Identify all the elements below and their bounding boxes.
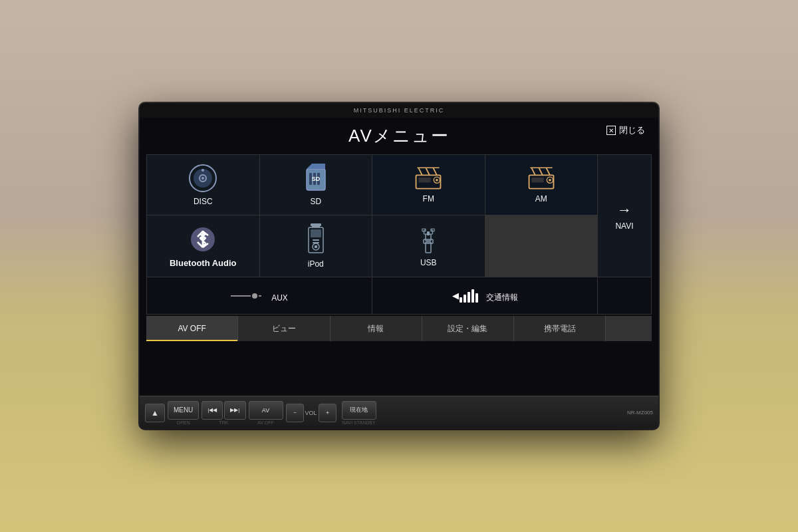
tab-bar: AV OFF ビュー 情報 設定・編集 携帯電話 (146, 316, 652, 341)
trk-label: TRK (219, 420, 228, 425)
svg-line-22 (546, 168, 550, 175)
menu-item-traffic[interactable]: ◀ 交通情報 (372, 277, 597, 314)
close-icon: ✕ (606, 126, 616, 135)
traffic-label: 交通情報 (486, 292, 518, 303)
tab-empty (606, 316, 652, 341)
menu-item-fm[interactable]: FM (372, 155, 485, 215)
fm-label: FM (423, 194, 434, 203)
brand-name: MITSUBISHI ELECTRIC (354, 107, 445, 114)
svg-line-21 (539, 168, 543, 175)
am-icon (525, 166, 557, 190)
aux-label: AUX (271, 293, 288, 303)
svg-marker-6 (307, 164, 325, 169)
bluetooth-label: Bluetooth Audio (170, 258, 237, 268)
vol-plus-button[interactable]: ＋ (319, 404, 336, 422)
tab-view[interactable]: ビュー (238, 316, 330, 341)
model-number: NR-MZ005 (627, 410, 653, 416)
menu-item-navi[interactable]: → NAVI (598, 155, 651, 277)
svg-rect-33 (311, 223, 321, 226)
av-off-label: AV OFF (257, 420, 274, 425)
traffic-icon: ◀ (452, 289, 478, 303)
tab-av-off[interactable]: AV OFF (146, 316, 238, 341)
sd-label: SD (310, 197, 321, 206)
screen-title: AVメニュー (348, 124, 450, 148)
svg-rect-36 (311, 229, 321, 237)
am-label: AM (535, 194, 547, 203)
open-label: OPEN (177, 420, 190, 425)
menu-item-usb[interactable]: USB (372, 215, 485, 277)
eject-button[interactable]: ▲ (145, 404, 165, 422)
svg-line-14 (434, 168, 438, 175)
disc-icon (188, 164, 217, 193)
svg-line-12 (418, 168, 422, 175)
svg-point-18 (436, 179, 438, 182)
svg-rect-16 (418, 178, 430, 182)
menu-item-aux[interactable]: AUX (147, 277, 372, 314)
menu-item-sd[interactable]: SD SD (260, 155, 372, 215)
usb-icon (418, 225, 438, 254)
close-label: 閉じる (619, 124, 645, 136)
vol-label: VOL (305, 410, 317, 416)
screen: AVメニュー ✕ 閉じる DISC (140, 118, 658, 396)
ipod-label: iPod (308, 259, 324, 269)
physical-control-bar: ▲ MENU OPEN |◀◀ ▶▶| TRK AV AV OFF － VOL … (140, 396, 658, 429)
aux-cable-icon (231, 293, 261, 299)
tab-settings[interactable]: 設定・編集 (422, 316, 514, 341)
menu-item-bluetooth[interactable]: Bluetooth Audio (147, 215, 259, 277)
svg-rect-42 (424, 239, 433, 243)
av-menu-grid: DISC SD SD (146, 154, 652, 315)
svg-line-13 (426, 168, 430, 175)
fm-icon (412, 166, 444, 190)
current-location-button[interactable]: 現在地 (342, 401, 376, 420)
navi-label: NAVI (615, 221, 633, 231)
menu-item-disc[interactable]: DISC (147, 155, 259, 215)
svg-line-20 (531, 168, 535, 175)
navi-arrow-icon: → (617, 201, 632, 219)
svg-rect-40 (315, 245, 317, 248)
car-navigation-device: MITSUBISHI ELECTRIC AVメニュー ✕ 閉じる (140, 103, 658, 429)
menu-button[interactable]: MENU (168, 401, 199, 420)
sd-icon: SD (304, 164, 328, 193)
tab-phone[interactable]: 携帯電話 (514, 316, 606, 341)
svg-point-4 (201, 169, 204, 172)
navi-standby-label: NAVI STANDBY (342, 420, 375, 425)
svg-rect-37 (313, 239, 319, 241)
svg-rect-44 (427, 231, 430, 235)
close-button[interactable]: ✕ 閉じる (606, 124, 645, 136)
tab-info[interactable]: 情報 (331, 316, 422, 341)
empty-cell (598, 277, 651, 314)
usb-label: USB (420, 258, 437, 267)
screen-header: AVメニュー ✕ 閉じる (140, 118, 658, 154)
av-button[interactable]: AV (249, 401, 283, 420)
svg-rect-24 (531, 178, 543, 182)
menu-item-am[interactable]: AM (485, 155, 598, 215)
svg-point-3 (201, 177, 204, 180)
vol-minus-button[interactable]: － (286, 404, 304, 422)
trk-next-button[interactable]: ▶▶| (224, 401, 245, 420)
brand-bar: MITSUBISHI ELECTRIC (140, 103, 658, 118)
trk-prev-button[interactable]: |◀◀ (201, 401, 223, 420)
svg-text:SD: SD (311, 176, 320, 182)
ipod-icon (307, 223, 325, 255)
svg-point-26 (549, 179, 551, 182)
disc-label: DISC (194, 197, 213, 206)
menu-item-ipod[interactable]: iPod (260, 215, 372, 277)
bluetooth-icon (191, 225, 215, 254)
